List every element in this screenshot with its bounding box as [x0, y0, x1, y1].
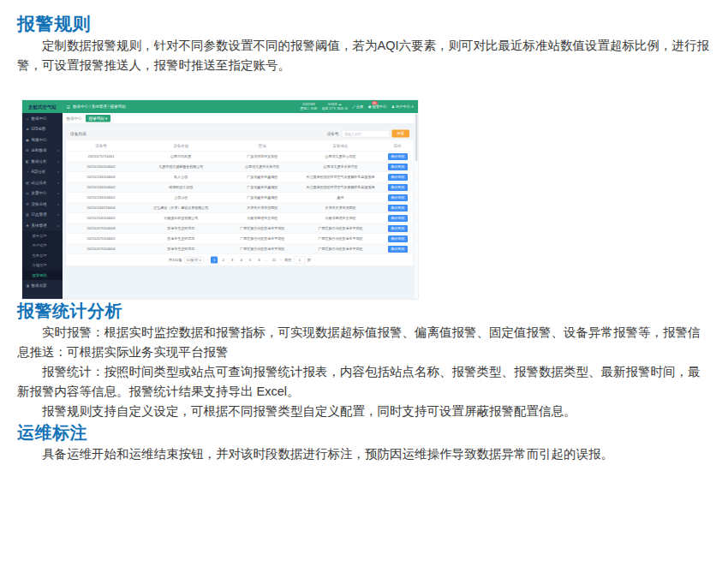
page-number-6[interactable]: 6: [256, 257, 263, 264]
modify-rule-button[interactable]: 修改规则: [388, 174, 408, 181]
section-title-alarm-rules: 报警规则: [17, 12, 711, 36]
sidebar-item-label: 系统管理: [32, 223, 47, 229]
ops-annotation-paragraph: 具备运维开始和运维结束按钮，并对该时段数据进行标注，预防因运维操作导致数据异常而…: [17, 444, 711, 464]
sidebar-item-site-ranking[interactable]: ▤站点排名∨: [22, 177, 63, 188]
sidebar-item-label: 数据大屏: [32, 283, 47, 289]
table-row: 202112070104008贵港市生态环境局广西壮族自治区贵港市覃塘区广西壮族…: [67, 223, 414, 234]
modify-rule-button[interactable]: 修改规则: [388, 235, 408, 242]
tab-bar: 数据中心 报警规则 ▾: [63, 113, 418, 124]
sidebar-subitem[interactable]: 菜单管理: [22, 231, 63, 241]
mini-app: 走航式空气站 ☰ 数据中心 / 系统管理 / 报警规则 2022/3/9 星期二…: [22, 100, 418, 299]
sidebar-item-label: 站点排名: [32, 180, 47, 186]
sidebar-item-data-analysis[interactable]: ◧数据分析∨: [22, 156, 63, 167]
sidebar-item-data-center[interactable]: ⌂数据中心: [22, 113, 63, 124]
sidebar-item-gis-map[interactable]: ◈GIS地图: [22, 124, 63, 135]
realtime-alarm-paragraph: 实时报警：根据实时监控数据和报警指标，可实现数据超标值报警、偏离值报警、固定值报…: [17, 323, 711, 362]
table-row: 202112200104002太原市恒大绿都服务有限公司山西省太原市尖草坪区山西…: [67, 162, 414, 172]
embedded-app-screenshot: 走航式空气站 ☰ 数据中心 / 系统管理 / 报警规则 2022/3/9 星期二…: [21, 99, 419, 300]
sidebar-item-device-ops[interactable]: ⚙设备运维∨: [22, 199, 63, 210]
sidebar-subitem[interactable]: 用户管理: [22, 241, 63, 251]
modify-rule-button[interactable]: 修改规则: [388, 246, 408, 253]
pagination: 共101条10条/页 ∨‹123456…11›前往1页: [67, 254, 414, 265]
chevron-down-icon: ∨: [57, 159, 60, 163]
table-row: 20220170710001山西72号机房广东省深圳市宝安区山西省太原市小店区修…: [67, 152, 414, 162]
bell-icon: ◉: [368, 104, 372, 109]
column-header: 区域: [226, 140, 299, 152]
sidebar-item-data-screen[interactable]: ◨数据大屏: [22, 280, 63, 291]
collapse-menu-icon[interactable]: ☰: [67, 104, 70, 110]
weather-display: 深圳市 ☁ 温度 17℃ 风向 北: [322, 103, 348, 111]
quality-center-icon: ◎: [26, 192, 30, 196]
sidebar-subitem[interactable]: 云端管理: [22, 260, 63, 271]
user-center-button[interactable]: ♟ 用户中心 ∨: [391, 104, 414, 110]
next-page-button[interactable]: ›: [279, 258, 282, 262]
table-row: 202112160710004正弘建业（天津）建设发展有限公司天津市天津市河西区…: [67, 203, 414, 213]
app-logo: 走航式空气站: [22, 100, 63, 113]
sidebar-item-label: 视频中心: [32, 137, 47, 143]
fullscreen-button[interactable]: ⤢ 全屏: [352, 104, 363, 110]
sidebar-subitem[interactable]: 角色管理: [22, 251, 63, 261]
mini-sidebar: ⌂数据中心◈GIS地图▣视频中心☷走航数据∨◧数据分析∨◔AQI分析∨▤站点排名…: [22, 113, 63, 299]
modify-rule-button[interactable]: 修改规则: [388, 184, 408, 191]
sidebar-item-aqi-analysis[interactable]: ◔AQI分析∨: [22, 167, 63, 178]
tab-alarm-rules[interactable]: 报警规则 ▾: [86, 115, 110, 122]
modify-rule-button[interactable]: 修改规则: [388, 194, 408, 201]
page-size-select[interactable]: 10条/页 ∨: [184, 257, 204, 264]
modify-rule-button[interactable]: 修改规则: [388, 215, 408, 222]
modify-rule-button[interactable]: 修改规则: [388, 205, 408, 212]
breadcrumb: 数据中心 / 系统管理 / 报警规则: [73, 104, 126, 110]
chevron-down-icon: ∨: [57, 202, 60, 206]
gis-map-icon: ◈: [26, 128, 30, 132]
scrollbar-thumb[interactable]: [415, 114, 418, 161]
page-number-4[interactable]: 4: [238, 257, 245, 264]
device-ops-icon: ⚙: [26, 202, 30, 206]
sidebar-item-label: 走航数据: [32, 148, 47, 154]
modify-rule-button[interactable]: 修改规则: [388, 153, 408, 160]
sidebar-item-video-center[interactable]: ▣视频中心: [22, 134, 63, 146]
column-header: 设备号: [67, 140, 136, 152]
sidebar-item-label: 日志管理: [32, 212, 47, 218]
mini-app-header: 走航式空气站 ☰ 数据中心 / 系统管理 / 报警规则 2022/3/9 星期二…: [22, 100, 418, 113]
sidebar-item-log-manage[interactable]: ▥日志管理∨: [22, 210, 63, 221]
page-number-2[interactable]: 2: [220, 257, 227, 264]
modify-rule-button[interactable]: 修改规则: [388, 164, 408, 170]
table-body: 20220170710001山西72号机房广东省深圳市宝安区山西省太原市小店区修…: [67, 152, 414, 254]
table-row: 202112070104005贵港市生态环境局广西壮族自治区贵港市覃塘区广西壮族…: [67, 234, 414, 244]
scrollbar[interactable]: [415, 113, 419, 299]
alarm-center-button[interactable]: 99 ◉ 报警中心: [368, 104, 387, 110]
prev-page-button[interactable]: ‹: [206, 258, 208, 262]
pagination-total: 共101条: [169, 258, 182, 263]
table-row: 202112160104002榕湖科技工业园广东省惠州市惠城区长江两岸区园区环境…: [67, 182, 414, 193]
fullscreen-icon: ⤢: [352, 104, 355, 110]
sidebar-item-label: 质量中心: [32, 191, 47, 197]
chevron-down-icon: ∨: [57, 181, 60, 184]
page-number-3[interactable]: 3: [229, 257, 236, 264]
table-row: 202112160104001上园小区广东省惠州市惠城区惠州修改规则: [67, 193, 414, 203]
modify-rule-button[interactable]: 修改规则: [388, 225, 408, 232]
weather-detail: 温度 17℃ 风向 北: [322, 107, 348, 111]
sidebar-item-label: AQI分析: [32, 170, 46, 176]
search-button[interactable]: 搜索: [392, 130, 410, 138]
aqi-analysis-icon: ◔: [26, 170, 30, 175]
chevron-down-icon: ▾: [105, 116, 107, 121]
section-title-ops-annotation: 运维标注: [17, 421, 711, 444]
site-ranking-icon: ▤: [26, 181, 30, 185]
sidebar-item-cruise-data[interactable]: ☷走航数据∨: [22, 146, 63, 157]
page-number-1[interactable]: 1: [211, 257, 218, 264]
goto-page-input[interactable]: 1: [294, 256, 305, 264]
device-id-input[interactable]: [342, 130, 390, 138]
data-screen-icon: ◨: [26, 283, 30, 288]
column-header: 操作: [382, 140, 413, 152]
page-number-11[interactable]: 11: [271, 257, 277, 264]
column-header: 安装地址: [299, 140, 382, 152]
chevron-down-icon: ∨: [57, 192, 60, 195]
sidebar-item-label: 数据中心: [32, 116, 47, 122]
tab-data-center[interactable]: 数据中心: [67, 116, 82, 122]
sidebar-subitem[interactable]: 报警规则: [22, 271, 63, 281]
chevron-down-icon: ∨: [57, 149, 60, 152]
sidebar-item-system-manage[interactable]: ❖系统管理∧: [22, 220, 63, 231]
alarm-statistics-paragraph: 报警统计：按照时间类型或站点可查询报警统计报表，内容包括站点名称、报警类型、报警…: [17, 362, 711, 402]
chevron-down-icon: ∨: [57, 170, 60, 174]
page-number-5[interactable]: 5: [247, 257, 254, 264]
sidebar-item-quality-center[interactable]: ◎质量中心∨: [22, 188, 63, 200]
